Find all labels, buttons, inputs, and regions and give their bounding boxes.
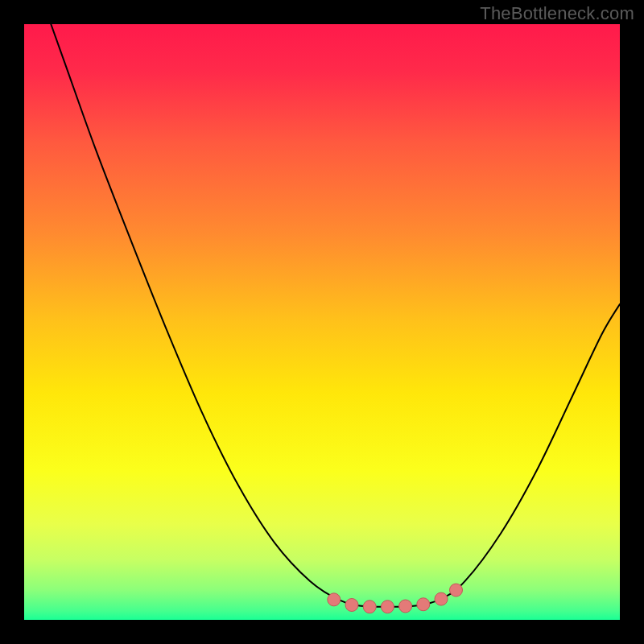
plot-area xyxy=(24,24,620,620)
gradient-background xyxy=(24,24,620,620)
optimal-marker xyxy=(363,601,376,613)
plot-svg xyxy=(24,24,620,620)
optimal-marker xyxy=(399,600,412,613)
optimal-marker xyxy=(450,584,463,597)
optimal-marker xyxy=(328,593,341,606)
optimal-marker xyxy=(435,592,448,605)
watermark-text: TheBottleneck.com xyxy=(480,3,634,24)
chart-frame: TheBottleneck.com xyxy=(0,0,644,644)
optimal-marker xyxy=(417,598,430,611)
optimal-marker xyxy=(345,599,358,612)
optimal-marker xyxy=(381,601,394,613)
